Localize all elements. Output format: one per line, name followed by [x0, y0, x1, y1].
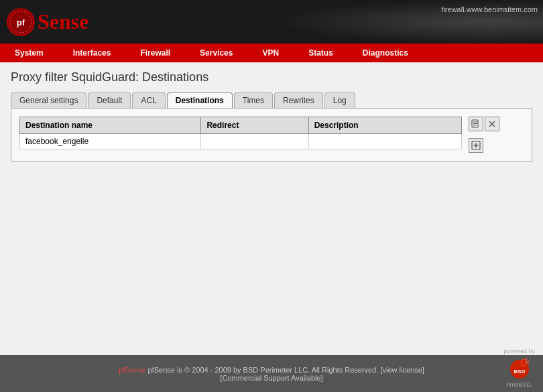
edit-button[interactable]: [469, 117, 483, 131]
tab-log[interactable]: Log: [324, 92, 355, 108]
footer: pfSense pfSense is © 2004 - 2009 by BSD …: [0, 355, 543, 392]
logo-text: Sense: [38, 9, 88, 34]
tab-acl[interactable]: ACL: [132, 92, 165, 108]
tabs: General settings Default ACL Destination…: [11, 92, 532, 108]
tab-destinations[interactable]: Destinations: [167, 92, 233, 108]
nav-vpn[interactable]: VPN: [247, 44, 294, 62]
content: Proxy filter SquidGuard: Destinations Ge…: [0, 62, 543, 170]
delete-icon: [487, 119, 497, 129]
svg-text:pf: pf: [17, 17, 25, 27]
footer-freebsd-logo: powered by BSD FreeBSD.: [503, 348, 535, 388]
destinations-table: Destination name Redirect Description fa…: [19, 117, 462, 149]
pfsense-logo-icon: pf: [7, 8, 35, 36]
logo-sense: en: [50, 9, 71, 34]
table-container: Destination name Redirect Description fa…: [11, 108, 532, 161]
hostname: firewall.www.benimsitem.com: [441, 5, 538, 13]
nav-diagnostics[interactable]: Diagnostics: [348, 44, 423, 62]
svg-point-14: [521, 359, 526, 366]
footer-support: [Commercial Support Available]: [220, 374, 322, 382]
nav-services[interactable]: Services: [185, 44, 247, 62]
row-action-row: [469, 117, 499, 131]
tab-default[interactable]: Default: [88, 92, 131, 108]
table-row: facebook_engelle: [20, 134, 462, 149]
cell-description: [308, 134, 461, 149]
freebsd-logo-icon: BSD: [507, 356, 532, 380]
logo-pf: S: [38, 9, 50, 34]
logo: pf Sense: [7, 8, 88, 36]
svg-text:BSD: BSD: [514, 369, 525, 375]
col-redirect: Redirect: [201, 117, 308, 134]
nav-system[interactable]: System: [0, 44, 58, 62]
tab-general-settings[interactable]: General settings: [11, 92, 86, 108]
nav-status[interactable]: Status: [294, 44, 348, 62]
navbar: System Interfaces Firewall Services VPN …: [0, 44, 543, 62]
cell-dest-name: facebook_engelle: [20, 134, 201, 149]
page-title: Proxy filter SquidGuard: Destinations: [11, 70, 532, 84]
footer-pfsense-brand: pfSense: [119, 366, 145, 374]
svg-line-15: [525, 358, 528, 360]
tab-times[interactable]: Times: [234, 92, 273, 108]
add-icon: [471, 141, 481, 150]
row-actions: [469, 117, 499, 153]
edit-icon: [471, 119, 481, 129]
header: pf Sense firewall.www.benimsitem.com: [0, 0, 543, 44]
footer-copyright: pfSense is © 2004 - 2009 by BSD Perimete…: [148, 366, 424, 374]
cell-redirect: [201, 134, 308, 149]
nav-firewall[interactable]: Firewall: [125, 44, 185, 62]
footer-text: pfSense pfSense is © 2004 - 2009 by BSD …: [0, 366, 543, 382]
delete-button[interactable]: [485, 117, 499, 131]
col-description: Description: [308, 117, 461, 134]
nav-interfaces[interactable]: Interfaces: [58, 44, 126, 62]
footer-freebsd-label: FreeBSD.: [506, 381, 533, 388]
footer-powered-by: powered by: [503, 348, 535, 354]
tab-rewrites[interactable]: Rewrites: [274, 92, 323, 108]
col-dest-name: Destination name: [20, 117, 201, 134]
add-button[interactable]: [469, 138, 483, 153]
